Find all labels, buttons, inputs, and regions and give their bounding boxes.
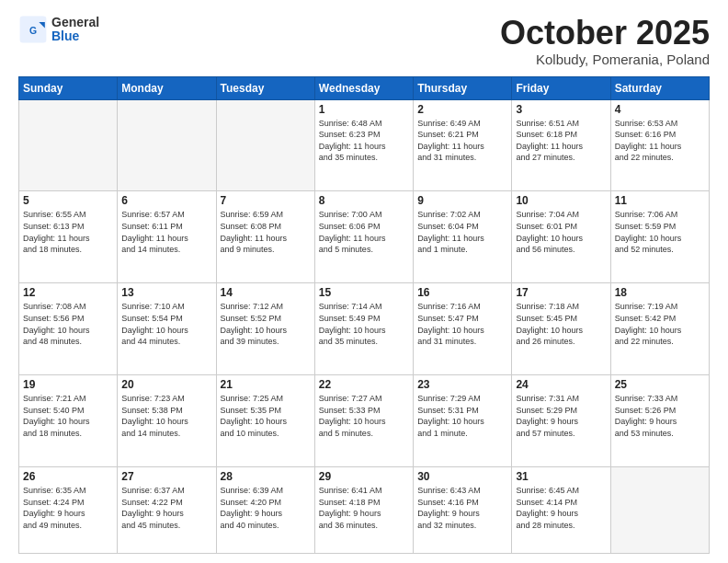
table-row: 25Sunrise: 7:33 AM Sunset: 5:26 PM Dayli… [610, 375, 709, 467]
day-number: 6 [121, 194, 211, 207]
day-info: Sunrise: 6:51 AM Sunset: 6:18 PM Dayligh… [516, 118, 606, 164]
table-row: 13Sunrise: 7:10 AM Sunset: 5:54 PM Dayli… [118, 283, 216, 375]
day-number: 11 [615, 194, 705, 207]
day-number: 24 [516, 378, 606, 391]
day-number: 22 [319, 378, 409, 391]
day-info: Sunrise: 7:12 AM Sunset: 5:52 PM Dayligh… [221, 301, 311, 347]
day-info: Sunrise: 6:55 AM Sunset: 6:13 PM Dayligh… [23, 209, 113, 255]
logo: G General Blue [18, 15, 99, 44]
col-thursday: Thursday [414, 76, 512, 99]
day-info: Sunrise: 7:06 AM Sunset: 5:59 PM Dayligh… [615, 209, 705, 255]
day-info: Sunrise: 6:53 AM Sunset: 6:16 PM Dayligh… [615, 118, 705, 164]
table-row [610, 467, 709, 554]
day-number: 4 [615, 103, 705, 116]
table-row [19, 99, 118, 191]
day-number: 2 [417, 103, 507, 116]
table-row: 30Sunrise: 6:43 AM Sunset: 4:16 PM Dayli… [414, 467, 512, 554]
day-info: Sunrise: 6:49 AM Sunset: 6:21 PM Dayligh… [417, 118, 507, 164]
day-number: 21 [221, 378, 311, 391]
logo-text: General Blue [51, 16, 99, 44]
day-info: Sunrise: 7:00 AM Sunset: 6:06 PM Dayligh… [319, 209, 409, 255]
day-number: 28 [221, 470, 311, 483]
day-number: 10 [516, 194, 606, 207]
table-row: 24Sunrise: 7:31 AM Sunset: 5:29 PM Dayli… [512, 375, 610, 467]
day-number: 16 [417, 286, 507, 299]
col-monday: Monday [118, 76, 216, 99]
day-info: Sunrise: 7:29 AM Sunset: 5:31 PM Dayligh… [417, 393, 507, 439]
day-info: Sunrise: 7:31 AM Sunset: 5:29 PM Dayligh… [516, 393, 606, 439]
logo-general-text: General [51, 16, 99, 29]
col-friday: Friday [512, 76, 610, 99]
table-row: 28Sunrise: 6:39 AM Sunset: 4:20 PM Dayli… [216, 467, 314, 554]
day-number: 23 [417, 378, 507, 391]
table-row: 11Sunrise: 7:06 AM Sunset: 5:59 PM Dayli… [610, 191, 709, 283]
day-number: 8 [319, 194, 409, 207]
day-info: Sunrise: 6:48 AM Sunset: 6:23 PM Dayligh… [319, 118, 409, 164]
calendar-week-row: 1Sunrise: 6:48 AM Sunset: 6:23 PM Daylig… [19, 99, 710, 191]
table-row [216, 99, 314, 191]
svg-text:G: G [29, 26, 37, 36]
month-title: October 2025 [500, 15, 710, 52]
calendar-table: Sunday Monday Tuesday Wednesday Thursday… [18, 76, 710, 554]
day-info: Sunrise: 7:33 AM Sunset: 5:26 PM Dayligh… [615, 393, 705, 439]
table-row: 31Sunrise: 6:45 AM Sunset: 4:14 PM Dayli… [512, 467, 610, 554]
day-number: 1 [319, 103, 409, 116]
day-info: Sunrise: 6:45 AM Sunset: 4:14 PM Dayligh… [516, 485, 606, 531]
day-info: Sunrise: 6:43 AM Sunset: 4:16 PM Dayligh… [417, 485, 507, 531]
logo-icon: G [18, 15, 48, 44]
title-block: October 2025 Kolbudy, Pomerania, Poland [500, 15, 710, 67]
day-number: 17 [516, 286, 606, 299]
day-info: Sunrise: 7:10 AM Sunset: 5:54 PM Dayligh… [121, 301, 211, 347]
day-number: 7 [221, 194, 311, 207]
day-info: Sunrise: 6:37 AM Sunset: 4:22 PM Dayligh… [121, 485, 211, 531]
table-row: 7Sunrise: 6:59 AM Sunset: 6:08 PM Daylig… [216, 191, 314, 283]
table-row: 10Sunrise: 7:04 AM Sunset: 6:01 PM Dayli… [512, 191, 610, 283]
table-row: 20Sunrise: 7:23 AM Sunset: 5:38 PM Dayli… [118, 375, 216, 467]
table-row: 29Sunrise: 6:41 AM Sunset: 4:18 PM Dayli… [314, 467, 413, 554]
table-row: 16Sunrise: 7:16 AM Sunset: 5:47 PM Dayli… [414, 283, 512, 375]
day-number: 25 [615, 378, 705, 391]
day-number: 29 [319, 470, 409, 483]
day-info: Sunrise: 7:16 AM Sunset: 5:47 PM Dayligh… [417, 301, 507, 347]
table-row: 8Sunrise: 7:00 AM Sunset: 6:06 PM Daylig… [314, 191, 413, 283]
col-wednesday: Wednesday [314, 76, 413, 99]
day-number: 31 [516, 470, 606, 483]
calendar-week-row: 12Sunrise: 7:08 AM Sunset: 5:56 PM Dayli… [19, 283, 710, 375]
day-info: Sunrise: 6:39 AM Sunset: 4:20 PM Dayligh… [221, 485, 311, 531]
day-number: 13 [121, 286, 211, 299]
calendar-week-row: 19Sunrise: 7:21 AM Sunset: 5:40 PM Dayli… [19, 375, 710, 467]
day-number: 26 [23, 470, 113, 483]
location: Kolbudy, Pomerania, Poland [500, 52, 710, 67]
calendar-week-row: 5Sunrise: 6:55 AM Sunset: 6:13 PM Daylig… [19, 191, 710, 283]
calendar-container: G General Blue October 2025 Kolbudy, Pom… [0, 0, 728, 563]
calendar-week-row: 26Sunrise: 6:35 AM Sunset: 4:24 PM Dayli… [19, 467, 710, 554]
table-row: 26Sunrise: 6:35 AM Sunset: 4:24 PM Dayli… [19, 467, 118, 554]
table-row: 3Sunrise: 6:51 AM Sunset: 6:18 PM Daylig… [512, 99, 610, 191]
day-info: Sunrise: 7:19 AM Sunset: 5:42 PM Dayligh… [615, 301, 705, 347]
table-row: 15Sunrise: 7:14 AM Sunset: 5:49 PM Dayli… [314, 283, 413, 375]
table-row: 6Sunrise: 6:57 AM Sunset: 6:11 PM Daylig… [118, 191, 216, 283]
day-number: 15 [319, 286, 409, 299]
day-number: 14 [221, 286, 311, 299]
table-row: 1Sunrise: 6:48 AM Sunset: 6:23 PM Daylig… [314, 99, 413, 191]
day-number: 9 [417, 194, 507, 207]
table-row: 23Sunrise: 7:29 AM Sunset: 5:31 PM Dayli… [414, 375, 512, 467]
day-number: 5 [23, 194, 113, 207]
day-number: 20 [121, 378, 211, 391]
day-number: 18 [615, 286, 705, 299]
day-info: Sunrise: 7:21 AM Sunset: 5:40 PM Dayligh… [23, 393, 113, 439]
day-info: Sunrise: 6:41 AM Sunset: 4:18 PM Dayligh… [319, 485, 409, 531]
day-number: 12 [23, 286, 113, 299]
day-info: Sunrise: 6:57 AM Sunset: 6:11 PM Dayligh… [121, 209, 211, 255]
col-sunday: Sunday [19, 76, 118, 99]
table-row: 4Sunrise: 6:53 AM Sunset: 6:16 PM Daylig… [610, 99, 709, 191]
col-saturday: Saturday [610, 76, 709, 99]
table-row: 9Sunrise: 7:02 AM Sunset: 6:04 PM Daylig… [414, 191, 512, 283]
table-row: 19Sunrise: 7:21 AM Sunset: 5:40 PM Dayli… [19, 375, 118, 467]
day-info: Sunrise: 7:14 AM Sunset: 5:49 PM Dayligh… [319, 301, 409, 347]
table-row: 21Sunrise: 7:25 AM Sunset: 5:35 PM Dayli… [216, 375, 314, 467]
col-tuesday: Tuesday [216, 76, 314, 99]
day-info: Sunrise: 7:08 AM Sunset: 5:56 PM Dayligh… [23, 301, 113, 347]
day-info: Sunrise: 7:04 AM Sunset: 6:01 PM Dayligh… [516, 209, 606, 255]
logo-blue-text: Blue [51, 29, 99, 43]
